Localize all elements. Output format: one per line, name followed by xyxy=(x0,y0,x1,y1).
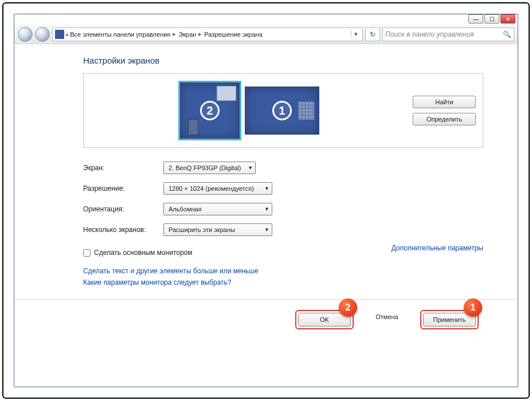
breadcrumb-item[interactable]: Все элементы панели управления xyxy=(70,31,170,38)
chevron-down-icon: ▼ xyxy=(262,206,269,212)
display-preview: 2 1 Найти Определить xyxy=(83,73,483,148)
monitor-1[interactable]: 1 xyxy=(245,87,319,135)
orientation-label: Ориентация: xyxy=(83,205,163,213)
monitor-2[interactable]: 2 xyxy=(178,81,241,140)
text-size-link[interactable]: Сделать текст и другие элементы больше и… xyxy=(83,267,259,275)
monitor-number: 2 xyxy=(200,101,220,120)
chevron-down-icon: ▼ xyxy=(245,165,253,171)
monitor-decoration-icon xyxy=(188,119,198,135)
resolution-label: Разрешение: xyxy=(83,184,163,192)
chevron-down-icon: ▼ xyxy=(262,227,269,233)
breadcrumb[interactable]: « Все элементы панели управления ▸ Экран… xyxy=(52,27,363,41)
which-settings-link[interactable]: Какие параметры монитора следует выбрать… xyxy=(83,278,232,286)
chevron-right-icon: ▸ xyxy=(171,30,177,38)
search-input[interactable]: Поиск в панели управления 🔍 xyxy=(382,27,514,41)
page-title: Настройки экранов xyxy=(83,56,483,65)
control-panel-icon xyxy=(55,30,64,39)
breadcrumb-item[interactable]: Экран xyxy=(178,31,196,38)
minimize-button[interactable]: — xyxy=(468,14,483,23)
screen-select[interactable]: 2. BenQ FP93GP (Digital) ▼ xyxy=(163,162,256,174)
monitor-decoration-icon xyxy=(217,86,236,101)
make-primary-label: Сделать основным монитором xyxy=(94,249,193,257)
find-button[interactable]: Найти xyxy=(413,96,476,108)
close-button[interactable]: ✕ xyxy=(500,14,515,23)
breadcrumb-item[interactable]: Разрешение экрана xyxy=(204,31,262,38)
chevron-down-icon: ▼ xyxy=(262,186,269,191)
search-placeholder: Поиск в панели управления xyxy=(385,30,474,38)
nav-back-button[interactable] xyxy=(18,27,33,42)
monitor-number: 1 xyxy=(272,101,292,120)
annotation-badge: 1 xyxy=(464,298,482,317)
identify-button[interactable]: Определить xyxy=(413,113,476,125)
orientation-select[interactable]: Альбомная ▼ xyxy=(163,203,272,215)
resolution-select[interactable]: 1280 × 1024 (рекомендуется) ▼ xyxy=(163,182,272,195)
annotation-highlight: OK 2 xyxy=(295,310,354,329)
screen-label: Экран: xyxy=(83,164,163,172)
refresh-button[interactable]: ↻ xyxy=(365,27,380,41)
multiple-displays-select[interactable]: Расширить эти экраны ▼ xyxy=(163,223,272,236)
chevron-right-icon: ▸ xyxy=(197,30,203,38)
multiple-displays-label: Несколько экранов: xyxy=(83,226,163,234)
monitor-decoration-icon xyxy=(298,101,314,120)
annotation-highlight: Применить 1 xyxy=(420,310,479,329)
breadcrumb-dropdown-icon[interactable]: ▾ xyxy=(351,30,360,38)
maximize-button[interactable]: ☐ xyxy=(484,14,499,23)
advanced-settings-link[interactable]: Дополнительные параметры xyxy=(392,244,483,252)
nav-forward-button[interactable] xyxy=(35,27,50,42)
divider xyxy=(14,299,518,300)
annotation-badge: 2 xyxy=(339,298,357,317)
search-icon: 🔍 xyxy=(503,30,511,38)
breadcrumb-prefix: « xyxy=(65,31,69,38)
make-primary-checkbox[interactable] xyxy=(83,249,91,257)
cancel-button[interactable]: Отмена xyxy=(361,310,413,324)
